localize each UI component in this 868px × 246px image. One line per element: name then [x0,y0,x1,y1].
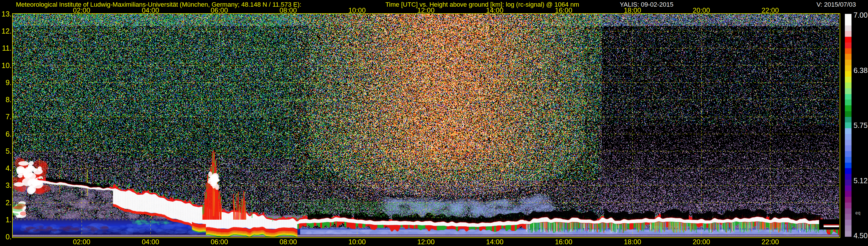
colorbar-segment [845,197,851,203]
x-tick-top: 02:00 [73,6,90,14]
colorbar-segment [845,122,851,128]
y-tick: 5. [0,147,11,155]
colorbar-segment [845,105,851,111]
x-tick-bottom: 20:00 [693,238,710,246]
lidar-heatmap-canvas [13,14,839,237]
x-tick-top: 10:00 [348,6,366,14]
colorbar-segment [845,83,851,88]
colorbar [845,14,851,237]
colorbar-segment [845,26,851,31]
x-tick-bottom: 14:00 [486,238,503,246]
x-tick-top: 08:00 [279,6,297,14]
x-tick-top: 20:00 [693,6,710,14]
colorbar-segment [845,128,851,134]
x-tick-top: 14:00 [486,6,503,14]
y-tick: 8. [0,95,11,104]
colorbar-segment [845,31,851,37]
colorbar-tick: 7.00 [854,11,868,20]
x-tick-top: 18:00 [624,6,641,14]
colorbar-segment [845,203,851,208]
y-tick: 9. [0,78,11,87]
colorbar-segment [845,140,851,146]
colorbar-tick: 5.12 [854,176,868,185]
colorbar-segment [845,117,851,123]
plot-title: Time [UTC] vs. Height above ground [km]:… [385,1,579,8]
x-tick-top: 22:00 [762,6,779,14]
colorbar-segment [845,151,851,157]
colorbar-tick: 4.50 [854,232,868,240]
colorbar-segment [845,77,851,83]
colorbar-segment [845,42,851,48]
version-label: V: 2015/07/03 [816,1,856,8]
colorbar-segment [845,174,851,180]
y-tick: 10. [0,61,11,69]
colorbar-segment [845,186,851,191]
colorbar-segment [845,14,851,20]
colorbar-segment [845,111,851,117]
colorbar-side-note: eq [855,210,861,216]
x-tick-bottom: 16:00 [555,238,572,246]
colorbar-segment [845,60,851,65]
colorbar-segment [845,214,851,220]
y-tick: 12. [0,27,11,35]
colorbar-segment [845,99,851,105]
y-tick: 3. [0,181,11,190]
colorbar-segment [845,180,851,186]
colorbar-tick: 6.38 [854,66,868,74]
y-tick: 1. [0,215,11,224]
colorbar-segment [845,208,851,214]
y-tick: 13. [0,10,11,18]
x-tick-bottom: 08:00 [279,238,297,246]
colorbar-segment [845,20,851,26]
x-tick-top: 12:00 [417,6,435,14]
x-tick-top: 16:00 [555,6,572,14]
x-tick-bottom: 06:00 [211,238,228,246]
lidar-quicklook-page: { "header": { "institute": "Meteorologic… [0,0,868,246]
colorbar-segment [845,134,851,140]
x-tick-bottom: 12:00 [417,238,435,246]
colorbar-segment [845,65,851,71]
colorbar-segment [845,191,851,197]
colorbar-segment [845,231,851,237]
x-tick-top: 06:00 [211,6,228,14]
colorbar-segment [845,37,851,42]
y-tick: 11. [0,44,11,52]
x-tick-bottom: 22:00 [762,238,779,246]
colorbar-segment [845,48,851,54]
y-tick: 2. [0,198,11,207]
y-tick: 0. [0,233,11,241]
colorbar-segment [845,88,851,94]
colorbar-segment [845,220,851,225]
colorbar-segment [845,163,851,168]
colorbar-segment [845,225,851,231]
x-tick-top: 04:00 [142,6,159,14]
colorbar-segment [845,54,851,60]
colorbar-segment [845,168,851,174]
y-tick: 7. [0,113,11,121]
x-tick-bottom: 18:00 [624,238,641,246]
x-tick-bottom: 10:00 [348,238,366,246]
colorbar-segment [845,71,851,77]
plot-frame [12,13,840,238]
colorbar-segment [845,157,851,163]
x-tick-bottom: 04:00 [142,238,159,246]
colorbar-tick: 5.75 [854,121,868,130]
x-tick-bottom: 02:00 [73,238,90,246]
colorbar-segment [845,94,851,100]
colorbar-segment [845,145,851,151]
y-tick: 4. [0,164,11,173]
y-tick: 6. [0,130,11,138]
